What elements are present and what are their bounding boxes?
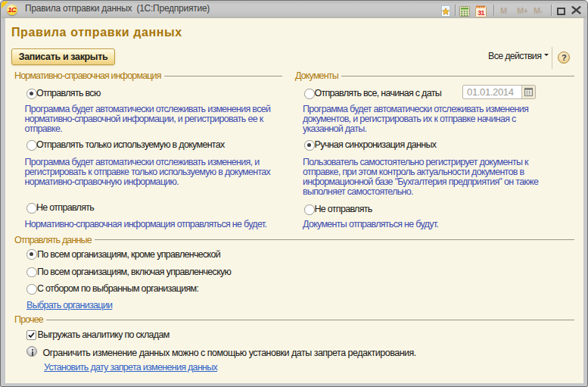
svg-text:31: 31: [478, 8, 484, 16]
